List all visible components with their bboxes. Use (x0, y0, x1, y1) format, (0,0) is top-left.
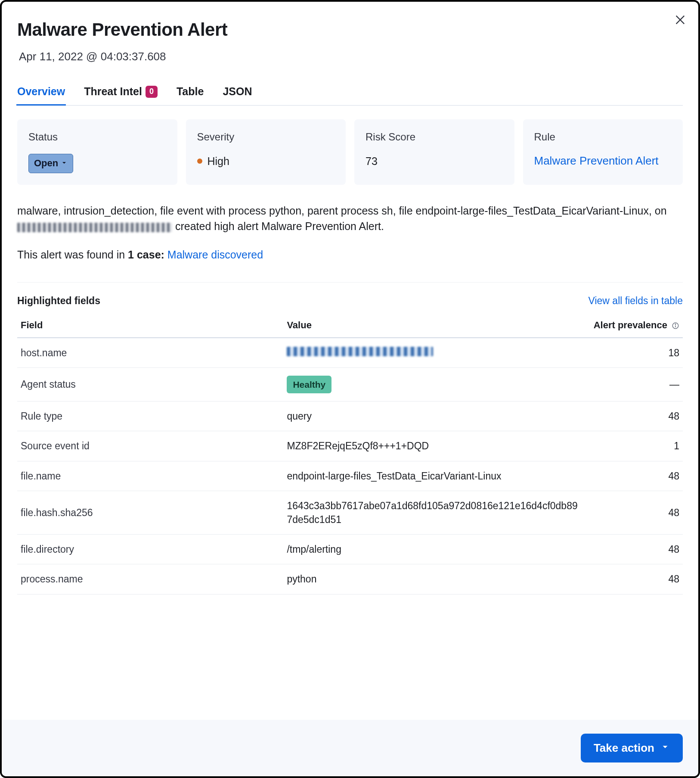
alert-flyout: Malware Prevention Alert Apr 11, 2022 @ … (0, 0, 700, 778)
tab-table[interactable]: Table (177, 84, 204, 105)
description-after: created high alert Malware Prevention Al… (175, 220, 384, 232)
highlighted-header: Highlighted fields View all fields in ta… (17, 294, 683, 308)
col-prevalence-label: Alert prevalence (594, 320, 667, 330)
threat-intel-count-badge: 0 (146, 86, 158, 98)
take-action-label: Take action (594, 741, 654, 755)
table-row: file.hash.sha2561643c3a3bb7617abe07a1d68… (17, 491, 683, 534)
summary-status: Status Open (17, 119, 177, 185)
severity-dot-icon (197, 159, 202, 164)
summary-risk-label: Risk Score (365, 130, 503, 144)
page-title: Malware Prevention Alert (17, 17, 683, 43)
field-value: endpoint-large-files_TestData_EicarVaria… (283, 461, 583, 491)
footer-bar: Take action (2, 720, 698, 776)
col-prevalence-header: Alert prevalence (583, 314, 683, 338)
tab-threat-intel-label: Threat Intel (84, 84, 142, 99)
highlighted-title: Highlighted fields (17, 294, 100, 308)
case-line: This alert was found in 1 case: Malware … (17, 247, 683, 262)
summary-severity: Severity High (186, 119, 346, 185)
field-value: MZ8F2ERejqE5zQf8+++1+DQD (283, 431, 583, 461)
chevron-down-icon (61, 157, 68, 170)
table-row: Agent statusHealthy— (17, 367, 683, 401)
summary-grid: Status Open Severity High Risk Score 73 (17, 119, 683, 185)
alert-timestamp: Apr 11, 2022 @ 04:03:37.608 (19, 49, 683, 64)
field-prevalence: 48 (583, 535, 683, 564)
summary-rule: Rule Malware Prevention Alert (523, 119, 683, 185)
col-value-header: Value (283, 314, 583, 338)
tab-table-label: Table (177, 84, 204, 99)
field-name: Rule type (17, 401, 283, 431)
case-link[interactable]: Malware discovered (167, 249, 263, 261)
tab-overview[interactable]: Overview (17, 84, 65, 105)
take-action-button[interactable]: Take action (581, 734, 683, 762)
field-value: Healthy (283, 367, 583, 401)
field-prevalence: 18 (583, 338, 683, 368)
field-value (283, 338, 583, 368)
agent-status-badge: Healthy (287, 376, 331, 393)
field-prevalence: 48 (583, 461, 683, 491)
redacted-value (287, 347, 433, 356)
table-row: Rule typequery48 (17, 401, 683, 431)
tab-overview-label: Overview (17, 84, 65, 99)
case-prefix: This alert was found in (17, 249, 128, 261)
alert-description: malware, intrusion_detection, file event… (17, 203, 680, 234)
info-icon[interactable] (672, 322, 679, 330)
status-value: Open (34, 157, 58, 170)
case-count: 1 case: (128, 249, 164, 261)
rule-link[interactable]: Malware Prevention Alert (534, 154, 672, 168)
field-value: python (283, 564, 583, 594)
field-prevalence: 48 (583, 491, 683, 534)
view-all-fields-link[interactable]: View all fields in table (588, 294, 683, 308)
col-field-header: Field (17, 314, 283, 338)
table-row: process.namepython48 (17, 564, 683, 594)
tab-threat-intel[interactable]: Threat Intel 0 (84, 84, 158, 105)
summary-status-label: Status (28, 130, 166, 144)
summary-risk-value: 73 (365, 154, 503, 169)
divider (17, 282, 683, 283)
field-prevalence: 1 (583, 431, 683, 461)
field-value: query (283, 401, 583, 431)
close-icon[interactable] (674, 14, 686, 26)
chevron-down-icon (660, 741, 670, 755)
table-row: file.nameendpoint-large-files_TestData_E… (17, 461, 683, 491)
table-row: host.name18 (17, 338, 683, 368)
summary-risk-score: Risk Score 73 (354, 119, 514, 185)
highlighted-fields-table: Field Value Alert prevalence host.name18… (17, 314, 683, 594)
tab-bar: Overview Threat Intel 0 Table JSON (17, 84, 683, 106)
description-before: malware, intrusion_detection, file event… (17, 205, 667, 217)
field-value: /tmp/alerting (283, 535, 583, 564)
field-prevalence: 48 (583, 401, 683, 431)
redacted-host (17, 223, 172, 232)
field-value: 1643c3a3bb7617abe07a1d68fd105a972d0816e1… (283, 491, 583, 534)
field-prevalence: 48 (583, 564, 683, 594)
field-name: Agent status (17, 367, 283, 401)
tab-json[interactable]: JSON (223, 84, 252, 105)
summary-rule-label: Rule (534, 130, 672, 144)
table-row: Source event idMZ8F2ERejqE5zQf8+++1+DQD1 (17, 431, 683, 461)
field-name: host.name (17, 338, 283, 368)
field-name: process.name (17, 564, 283, 594)
summary-severity-value: High (197, 154, 335, 169)
content-area: Malware Prevention Alert Apr 11, 2022 @ … (2, 2, 698, 720)
field-name: file.hash.sha256 (17, 491, 283, 534)
table-row: file.directory/tmp/alerting48 (17, 535, 683, 564)
field-name: file.directory (17, 535, 283, 564)
severity-text: High (208, 154, 229, 169)
field-prevalence: — (583, 367, 683, 401)
svg-point-2 (675, 324, 675, 324)
table-header-row: Field Value Alert prevalence (17, 314, 683, 338)
field-name: Source event id (17, 431, 283, 461)
tab-json-label: JSON (223, 84, 252, 99)
summary-severity-label: Severity (197, 130, 335, 144)
status-dropdown[interactable]: Open (28, 154, 73, 173)
field-name: file.name (17, 461, 283, 491)
